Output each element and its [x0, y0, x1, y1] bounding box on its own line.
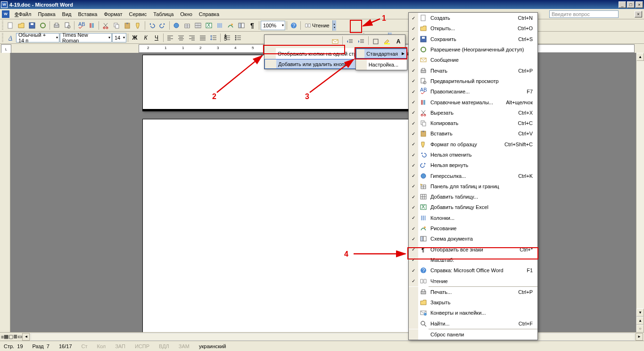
cmd-item-32[interactable]: Сброс панели [409, 329, 537, 340]
print-preview-button[interactable] [62, 20, 73, 31]
document-scroll[interactable] [10, 53, 636, 341]
highlight-button[interactable] [382, 36, 392, 47]
cmd-link[interactable]: ✓Гиперссылка...Ctrl+K [409, 170, 537, 181]
new-doc-button[interactable] [5, 20, 16, 31]
zoom-combo[interactable]: 100% [261, 21, 285, 30]
copy-button[interactable] [111, 20, 122, 31]
cmd-preview[interactable]: ✓Предварительный просмотр [409, 76, 537, 86]
cut-button[interactable] [100, 20, 111, 31]
align-right-button[interactable] [187, 33, 197, 43]
cmd-pilcrow[interactable]: ✓¶Отобразить все знакиCtrl+* [409, 244, 537, 255]
format-painter-button[interactable] [133, 20, 143, 31]
cmd-perm[interactable]: ✓Разрешение (Неограниченный доступ) [409, 44, 537, 55]
redo-button[interactable] [157, 20, 168, 31]
cmd-item-23[interactable]: ✓Масштаб: [409, 255, 537, 265]
cmd-mail[interactable]: ✓Сообщение [409, 55, 537, 65]
menu-edit[interactable]: Правка [34, 10, 58, 18]
styles-pane-button[interactable]: A [5, 33, 16, 43]
font-size-combo[interactable]: 14 [112, 33, 126, 42]
cmd-tables[interactable]: ✓Панель для таблиц и границ [409, 181, 537, 192]
cmd-columns[interactable]: ✓Колонки... [409, 213, 537, 223]
menu-insert[interactable]: Вставка [75, 10, 101, 18]
help-button[interactable]: ? [289, 20, 299, 31]
menu-window[interactable]: Окно [177, 10, 196, 18]
bold-button[interactable]: Ж [130, 33, 140, 43]
menu-view[interactable]: Вид [59, 10, 75, 18]
cmd-read[interactable]: ✓Чтение [409, 276, 537, 286]
cmd-excel[interactable]: ✓XДобавить таблицу Excel [409, 202, 537, 212]
paste-button[interactable] [122, 20, 132, 31]
cmd-open[interactable]: ✓Открыть...Ctrl+O [409, 23, 537, 33]
scroll-track[interactable] [636, 61, 644, 309]
browse-object-button[interactable]: ○ [636, 325, 644, 333]
vertical-scrollbar[interactable]: ▲ ▼ ▲ ○ ▼ [636, 53, 644, 341]
italic-button[interactable]: К [140, 33, 151, 43]
mail-button[interactable] [330, 36, 340, 47]
view-print-button[interactable]: ▢ [8, 334, 13, 340]
cmd-print[interactable]: Печать...Ctrl+P [409, 287, 537, 297]
align-left-button[interactable] [165, 33, 175, 43]
maximize-button[interactable]: □ [627, 1, 635, 8]
prev-page-button[interactable]: ▲ [636, 317, 644, 325]
menu-tools[interactable]: Сервис [125, 10, 150, 18]
decrease-indent-button[interactable] [345, 36, 355, 47]
bullets-button[interactable] [233, 33, 243, 43]
cmd-instable[interactable]: ✓Добавить таблицу... [409, 192, 537, 202]
font-color-button[interactable]: A [393, 36, 404, 47]
print-button[interactable] [51, 20, 62, 31]
style-combo[interactable]: Обычный + 14 п [16, 33, 59, 42]
doc-map-button[interactable] [236, 20, 247, 31]
open-button[interactable] [16, 20, 26, 31]
status-language[interactable]: украинский [197, 343, 228, 349]
font-combo[interactable]: Times New Roman [60, 33, 112, 42]
toolbar-grip[interactable] [2, 21, 3, 30]
spelling-button[interactable]: ABC [76, 20, 86, 31]
cmd-brush[interactable]: ✓Формат по образцуCtrl+Shift+C [409, 139, 537, 150]
menu-table[interactable]: Таблица [150, 10, 177, 18]
columns-button[interactable] [215, 20, 225, 31]
page-current[interactable] [142, 119, 416, 341]
cmd-docmap[interactable]: ✓Схема документа [409, 234, 537, 244]
help-question-input[interactable]: Введите вопрос [549, 10, 619, 18]
research-button[interactable] [87, 20, 97, 31]
view-web-button[interactable]: ▦ [4, 334, 8, 340]
vertical-ruler[interactable] [0, 53, 10, 341]
view-reading-button[interactable]: ▭ [17, 334, 22, 340]
drawing-button[interactable] [225, 20, 236, 31]
hscroll-right[interactable]: ► [636, 333, 643, 341]
underline-button[interactable]: Ч [151, 33, 162, 43]
line-spacing-button[interactable] [208, 33, 219, 43]
increase-indent-button[interactable] [356, 36, 366, 47]
doc-close-button[interactable]: × [635, 11, 642, 17]
cmd-research[interactable]: ✓Справочные материалы...Alt+щелчок [409, 97, 537, 107]
cmd-spell[interactable]: ✓ABCПравописание...F7 [409, 86, 537, 97]
insert-table-button[interactable] [193, 20, 203, 31]
hscroll-track[interactable] [31, 333, 635, 341]
cmd-new[interactable]: ✓СоздатьCtrl+N [409, 13, 537, 23]
minimize-button[interactable]: _ [619, 1, 626, 8]
insert-excel-button[interactable]: X [204, 20, 214, 31]
cmd-close-doc[interactable]: Закрыть [409, 297, 537, 308]
scroll-down-button[interactable]: ▼ [636, 309, 644, 317]
standard-toolbar-overflow[interactable]: ▸▾ [332, 20, 336, 31]
borders-button[interactable] [371, 36, 381, 47]
cmd-envelope[interactable]: Конверты и наклейки... [409, 308, 537, 318]
toolbar-grip-2[interactable] [2, 33, 3, 42]
tables-borders-button[interactable] [182, 20, 192, 31]
align-justify-button[interactable] [198, 33, 208, 43]
cmd-find[interactable]: Найти...Ctrl+F [409, 318, 537, 329]
cmd-paste[interactable]: ✓ВставитьCtrl+V [409, 128, 537, 139]
hyperlink-button[interactable] [171, 20, 182, 31]
close-button[interactable]: × [636, 1, 643, 8]
numbering-button[interactable]: 123 [222, 33, 232, 43]
scroll-up-button[interactable]: ▲ [636, 53, 644, 61]
menu-format[interactable]: Формат [100, 10, 125, 18]
align-center-button[interactable] [176, 33, 186, 43]
menu-help[interactable]: Справка [196, 10, 223, 18]
cmd-print[interactable]: ✓ПечатьCtrl+P [409, 65, 537, 75]
submenu-customize[interactable]: Настройка... [356, 59, 407, 70]
undo-button[interactable] [147, 20, 157, 31]
cmd-draw[interactable]: ✓Рисование [409, 223, 537, 234]
permission-button[interactable] [38, 20, 48, 31]
cmd-redo[interactable]: ✓Нельзя вернуть [409, 160, 537, 170]
